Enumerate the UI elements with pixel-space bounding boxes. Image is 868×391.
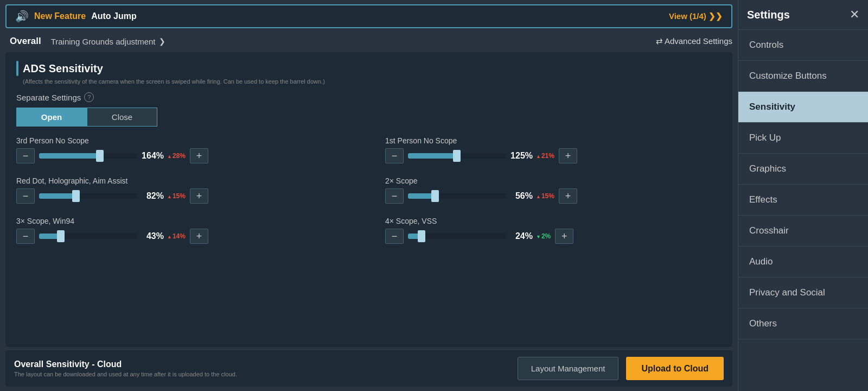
slider-track-4[interactable] (39, 234, 137, 239)
slider-label-4: 3× Scope, Win94 (16, 217, 353, 225)
slider-row: Red Dot, Holographic, Aim Assist − 82% 1… (16, 176, 353, 204)
sidebar-header: Settings ✕ (738, 0, 868, 30)
increment-button-3[interactable]: + (559, 188, 577, 204)
section-title: ADS Sensitivity (23, 62, 103, 75)
sidebar-item-audio[interactable]: Audio (738, 247, 868, 278)
separate-settings-label: Separate Settings ? (16, 92, 722, 102)
increment-button-0[interactable]: + (190, 148, 208, 163)
slider-value-5: 24% (510, 231, 533, 241)
increment-button-1[interactable]: + (559, 148, 577, 163)
decrement-button-3[interactable]: − (385, 188, 404, 204)
slider-track-1[interactable] (408, 153, 506, 159)
sidebar-item-privacy-and-social[interactable]: Privacy and Social (738, 278, 868, 308)
sidebar-nav: ControlsCustomize ButtonsSensitivityPick… (738, 30, 868, 391)
slider-control-2: − 82% 15% + (16, 188, 353, 204)
section-desc: (Affects the sensitivity of the camera w… (16, 78, 722, 85)
value-row-2: 82% 15% (141, 191, 186, 201)
delta-arrow-0 (167, 152, 172, 160)
bottom-bar: Overall Sensitivity - Cloud The layout c… (5, 350, 732, 387)
increment-button-5[interactable]: + (555, 229, 573, 244)
slider-row: 3× Scope, Win94 − 43% 14% + (16, 217, 353, 244)
slider-delta-3: 15% (536, 192, 554, 200)
decrement-button-4[interactable]: − (16, 229, 35, 244)
slider-label-1: 1st Person No Scope (385, 136, 722, 145)
chevron-right-icon: ❯ (159, 37, 165, 46)
slider-delta-2: 15% (167, 192, 186, 200)
sidebar-item-effects[interactable]: Effects (738, 185, 868, 216)
slider-label-5: 4× Scope, VSS (385, 217, 722, 225)
sidebar-item-sensitivity[interactable]: Sensitivity (738, 92, 868, 123)
value-row-3: 56% 15% (510, 191, 554, 201)
decrement-button-0[interactable]: − (16, 148, 35, 163)
settings-panel: ADS Sensitivity (Affects the sensitivity… (5, 52, 732, 347)
section-indicator (16, 61, 18, 76)
main-content: 🔊 New Feature Auto Jump View (1/4) ❯❯ Ov… (0, 0, 738, 391)
cloud-desc: The layout can be downloaded and used at… (14, 371, 237, 377)
advanced-settings-label: ⇄ Advanced Settings (656, 36, 732, 46)
banner-left: 🔊 New Feature Auto Jump (15, 10, 137, 23)
bottom-buttons: Layout Management Upload to Cloud (518, 357, 724, 380)
slider-delta-4: 14% (167, 232, 186, 240)
sidebar-item-controls[interactable]: Controls (738, 30, 868, 61)
increment-button-4[interactable]: + (190, 229, 208, 244)
speaker-icon: 🔊 (15, 10, 29, 23)
slider-value-1: 125% (510, 151, 533, 161)
sidebar-title: Settings (747, 9, 790, 21)
help-icon[interactable]: ? (84, 92, 94, 102)
decrement-button-5[interactable]: − (385, 229, 404, 244)
delta-arrow-1 (536, 152, 541, 160)
top-banner: 🔊 New Feature Auto Jump View (1/4) ❯❯ (5, 4, 732, 28)
banner-title: Auto Jump (91, 11, 137, 21)
slider-track-3[interactable] (408, 193, 506, 199)
delta-arrow-5 (536, 232, 541, 240)
new-feature-label: New Feature (34, 11, 86, 21)
close-button[interactable]: ✕ (850, 8, 859, 22)
training-label: Training Grounds adjustment (51, 37, 156, 46)
sidebar-item-customize-buttons[interactable]: Customize Buttons (738, 61, 868, 92)
slider-track-2[interactable] (39, 193, 137, 199)
slider-row: 4× Scope, VSS − 24% 2% + (385, 217, 722, 244)
slider-delta-1: 21% (536, 152, 554, 160)
cloud-info: Overall Sensitivity - Cloud The layout c… (14, 360, 237, 377)
value-row-0: 164% 28% (141, 151, 186, 161)
value-row-1: 125% 21% (510, 151, 554, 161)
slider-value-2: 82% (141, 191, 164, 201)
right-sidebar: Settings ✕ ControlsCustomize ButtonsSens… (738, 0, 868, 391)
slider-control-1: − 125% 21% + (385, 148, 722, 163)
toggle-close-button[interactable]: Close (87, 108, 157, 127)
slider-value-4: 43% (141, 231, 164, 241)
tab-training[interactable]: Training Grounds adjustment ❯ (51, 37, 165, 46)
slider-control-5: − 24% 2% + (385, 229, 722, 244)
slider-label-2: Red Dot, Holographic, Aim Assist (16, 176, 353, 185)
slider-control-0: − 164% 28% + (16, 148, 353, 163)
toggle-buttons: Open Close (16, 108, 157, 127)
decrement-button-2[interactable]: − (16, 188, 35, 204)
delta-arrow-4 (167, 232, 172, 240)
slider-track-0[interactable] (39, 153, 137, 159)
slider-delta-0: 28% (167, 152, 186, 160)
sidebar-item-graphics[interactable]: Graphics (738, 154, 868, 185)
slider-row: 1st Person No Scope − 125% 21% + (385, 136, 722, 163)
tab-overall[interactable]: Overall (5, 34, 46, 49)
sidebar-item-crosshair[interactable]: Crosshair (738, 216, 868, 247)
decrement-button-1[interactable]: − (385, 148, 404, 163)
slider-row: 2× Scope − 56% 15% + (385, 176, 722, 204)
sidebar-item-others[interactable]: Others (738, 308, 868, 339)
upload-to-cloud-button[interactable]: Upload to Cloud (626, 357, 724, 380)
sidebar-item-pick-up[interactable]: Pick Up (738, 123, 868, 154)
slider-label-0: 3rd Person No Scope (16, 136, 353, 145)
advanced-settings-button[interactable]: ⇄ Advanced Settings (656, 36, 732, 46)
toggle-open-button[interactable]: Open (16, 108, 87, 127)
slider-label-3: 2× Scope (385, 176, 722, 185)
slider-control-3: − 56% 15% + (385, 188, 722, 204)
slider-control-4: − 43% 14% + (16, 229, 353, 244)
slider-value-0: 164% (141, 151, 164, 161)
increment-button-2[interactable]: + (190, 188, 208, 204)
cloud-title: Overall Sensitivity - Cloud (14, 360, 237, 369)
nav-left: Overall Training Grounds adjustment ❯ (5, 34, 165, 49)
section-header: ADS Sensitivity (16, 61, 722, 76)
layout-management-button[interactable]: Layout Management (518, 357, 619, 380)
sliders-grid: 3rd Person No Scope − 164% 28% + 1st Per… (16, 136, 722, 244)
view-button[interactable]: View (1/4) ❯❯ (669, 11, 723, 21)
slider-track-5[interactable] (408, 234, 506, 239)
